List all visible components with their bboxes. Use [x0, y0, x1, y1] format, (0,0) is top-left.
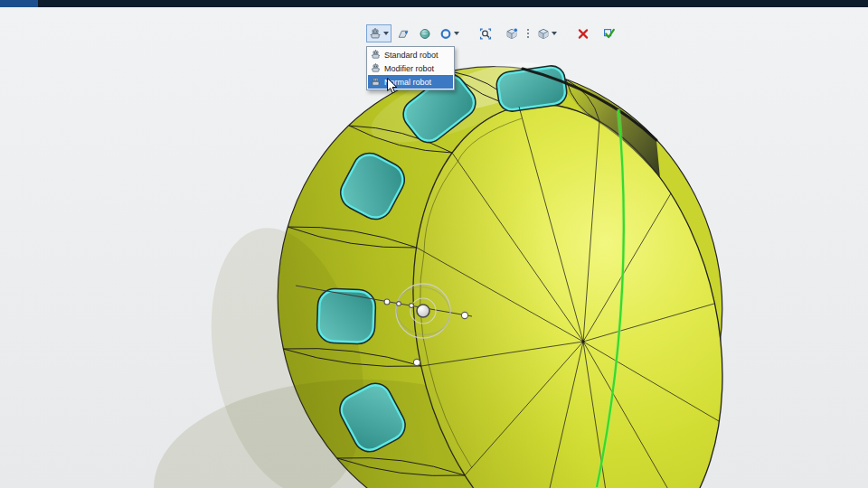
- chevron-down-icon: [383, 32, 389, 35]
- manipulator-handle[interactable]: [397, 302, 401, 306]
- application-window: Standard robot Modifier robot Normal rob…: [0, 0, 868, 488]
- view-cube-button[interactable]: [534, 24, 560, 42]
- surface-icon: [397, 28, 410, 40]
- manipulator-handle[interactable]: [461, 312, 467, 318]
- sphere-icon: [419, 28, 431, 40]
- robot-dropdown-menu: Standard robot Modifier robot Normal rob…: [366, 46, 455, 90]
- robot-icon: [369, 28, 382, 40]
- menu-item-label: Standard robot: [384, 51, 439, 60]
- title-bar-accent: [0, 0, 38, 7]
- floating-toolbar: [365, 23, 620, 43]
- zoom-region-button[interactable]: [476, 24, 495, 42]
- title-bar: [0, 0, 868, 7]
- menu-item-label: Modifier robot: [384, 64, 434, 73]
- menu-item-modifier-robot[interactable]: Modifier robot: [368, 61, 453, 75]
- toolbar-separator-dots: [527, 33, 529, 34]
- viewport-3d[interactable]: Standard robot Modifier robot Normal rob…: [0, 7, 868, 488]
- menu-item-normal-robot[interactable]: Normal robot: [368, 75, 453, 89]
- menu-item-standard-robot[interactable]: Standard robot: [368, 48, 453, 61]
- chevron-down-icon: [552, 32, 557, 35]
- robot-icon: [371, 77, 381, 87]
- manipulator-handle[interactable]: [384, 299, 390, 305]
- robot-icon: [371, 50, 381, 60]
- manipulator-handle[interactable]: [413, 359, 420, 365]
- circle-tool-button[interactable]: [437, 24, 462, 42]
- wheel-model[interactable]: [154, 25, 766, 488]
- spoke-hub: [581, 340, 584, 343]
- robot-mode-button[interactable]: [366, 24, 392, 42]
- red-x-icon: [577, 28, 590, 40]
- manipulator-center-ball[interactable]: [417, 305, 429, 317]
- green-check-icon: [603, 28, 616, 40]
- insert-cube-button[interactable]: [502, 24, 522, 42]
- zoom-region-icon: [479, 28, 492, 40]
- cancel-button[interactable]: [573, 24, 593, 42]
- robot-icon: [371, 63, 381, 73]
- mouse-cursor: [386, 78, 399, 94]
- cube-icon: [537, 28, 550, 40]
- circle-icon: [439, 28, 452, 40]
- cube-badge-icon: [505, 28, 518, 40]
- pocket-1[interactable]: [497, 66, 567, 111]
- sphere-tool-button[interactable]: [415, 24, 435, 42]
- modify-surface-button[interactable]: [393, 24, 413, 42]
- chevron-down-icon: [454, 32, 459, 35]
- ok-button[interactable]: [599, 24, 619, 42]
- manipulator-handle[interactable]: [410, 304, 414, 308]
